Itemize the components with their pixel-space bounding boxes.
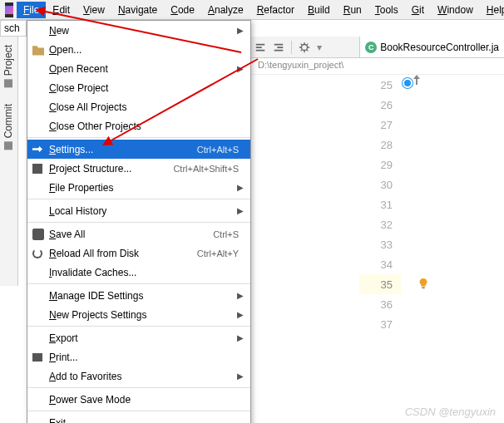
menu-item-add-to-favorites[interactable]: Add to Favorites▶ <box>27 366 250 386</box>
line-number[interactable]: 27 <box>359 115 401 135</box>
svg-rect-1 <box>422 287 425 288</box>
menu-item-project-structure[interactable]: Project Structure...Ctrl+Alt+Shift+S <box>27 159 250 178</box>
watermark: CSDN @tengyuxin <box>405 406 496 418</box>
marker-strip <box>401 75 416 407</box>
menu-item-power-save-mode[interactable]: Power Save Mode <box>27 390 250 409</box>
menu-item-label: Local History <box>49 205 244 217</box>
menu-separator <box>27 411 250 411</box>
menu-item-reload-all-from-disk[interactable]: Reload All from DiskCtrl+Alt+Y <box>27 243 250 263</box>
menu-build[interactable]: Build <box>301 2 337 18</box>
menu-item-close-other-projects[interactable]: Close Other Projects <box>27 116 250 135</box>
menu-separator <box>27 283 250 284</box>
menu-item-invalidate-caches[interactable]: Invalidate Caches... <box>27 263 250 282</box>
line-number[interactable]: 33 <box>359 234 401 254</box>
line-number[interactable]: 37 <box>359 314 401 334</box>
print-icon <box>32 353 42 362</box>
menu-item-label: Add to Favorites <box>49 371 244 382</box>
folder-icon <box>32 44 44 56</box>
menu-item-label: File Properties <box>49 182 244 194</box>
line-number[interactable]: 29 <box>359 155 401 175</box>
submenu-arrow-icon: ▶ <box>237 291 244 300</box>
project-tool-tab[interactable]: Project <box>0 37 17 96</box>
menu-file[interactable]: File <box>17 2 46 18</box>
menu-help[interactable]: Help <box>480 2 504 18</box>
menu-item-open[interactable]: Open... <box>27 40 250 59</box>
tool-window-tabs: Project Commit <box>0 37 18 286</box>
menu-item-manage-ide-settings[interactable]: Manage IDE Settings▶ <box>27 286 250 305</box>
menu-item-close-project[interactable]: Close Project <box>27 78 250 97</box>
menu-item-label: Power Save Mode <box>49 394 244 406</box>
outdent-icon[interactable] <box>273 42 284 53</box>
submenu-arrow-icon: ▶ <box>237 333 244 342</box>
reload-icon <box>32 248 42 258</box>
submenu-arrow-icon: ▶ <box>237 206 244 215</box>
menu-item-new[interactable]: New▶ <box>27 21 250 40</box>
submenu-arrow-icon: ▶ <box>237 64 244 73</box>
menu-item-exit[interactable]: Exit <box>27 413 250 423</box>
menu-separator <box>27 222 250 223</box>
menu-item-local-history[interactable]: Local History▶ <box>27 201 250 220</box>
editor-tab-label: BookResourceController.ja <box>380 42 499 53</box>
menu-item-label: Export <box>49 332 244 344</box>
menu-item-label: Invalidate Caches... <box>49 267 244 278</box>
menu-separator <box>27 137 250 138</box>
sch-tab[interactable]: sch <box>0 20 27 37</box>
menu-item-label: Close Other Projects <box>49 121 244 132</box>
shortcut-label: Ctrl+S <box>213 229 244 239</box>
gear-icon[interactable] <box>299 42 310 53</box>
line-number[interactable]: 35 <box>359 274 401 294</box>
menu-item-settings[interactable]: Settings...Ctrl+Alt+S <box>27 140 250 159</box>
menu-navigate[interactable]: Navigate <box>111 2 164 18</box>
menu-item-close-all-projects[interactable]: Close All Projects <box>27 97 250 116</box>
menu-separator <box>27 326 250 327</box>
menu-item-export[interactable]: Export▶ <box>27 328 250 347</box>
editor-tab[interactable]: C BookResourceController.ja <box>359 37 504 58</box>
menu-item-save-all[interactable]: Save AllCtrl+S <box>27 224 250 243</box>
menu-item-label: Print... <box>49 352 244 363</box>
menu-item-label: New Projects Settings <box>49 309 244 321</box>
menu-edit[interactable]: Edit <box>46 2 77 18</box>
line-number[interactable]: 25 <box>359 75 401 95</box>
submenu-arrow-icon: ▶ <box>237 183 244 192</box>
svg-point-0 <box>302 44 308 50</box>
submenu-arrow-icon: ▶ <box>237 310 244 319</box>
line-number[interactable]: 32 <box>359 214 401 234</box>
menu-separator <box>27 387 250 388</box>
commit-tool-tab[interactable]: Commit <box>0 96 17 158</box>
line-number[interactable]: 28 <box>359 135 401 155</box>
bulb-icon[interactable] <box>418 278 429 289</box>
breadcrumb[interactable]: D:\tengyuxin_project\ <box>251 58 504 75</box>
override-marker-icon[interactable] <box>403 78 413 88</box>
menu-run[interactable]: Run <box>337 2 368 18</box>
menu-window[interactable]: Window <box>431 2 480 18</box>
menu-item-label: Reload All from Disk <box>49 248 197 259</box>
menu-item-label: Close Project <box>49 82 244 94</box>
menu-view[interactable]: View <box>77 2 111 18</box>
menu-git[interactable]: Git <box>405 2 431 18</box>
menu-analyze[interactable]: Analyze <box>201 2 250 18</box>
line-number[interactable]: 26 <box>359 95 401 115</box>
menu-code[interactable]: Code <box>164 2 201 18</box>
line-number[interactable]: 31 <box>359 194 401 214</box>
line-number[interactable]: 30 <box>359 175 401 194</box>
shortcut-label: Ctrl+Alt+Y <box>197 248 244 258</box>
line-number[interactable]: 34 <box>359 254 401 274</box>
menu-tools[interactable]: Tools <box>368 2 405 18</box>
wrench-icon <box>32 145 42 155</box>
menubar: FileEditViewNavigateCodeAnalyzeRefactorB… <box>0 0 504 20</box>
menu-item-print[interactable]: Print... <box>27 347 250 366</box>
indent-icon[interactable] <box>254 42 266 53</box>
menu-item-label: Manage IDE Settings <box>49 290 244 302</box>
line-number[interactable]: 36 <box>359 294 401 314</box>
menu-separator <box>27 199 250 199</box>
menu-refactor[interactable]: Refactor <box>250 2 301 18</box>
menu-item-label: Settings... <box>49 144 197 155</box>
menu-item-label: Open... <box>49 44 244 56</box>
menu-item-label: Open Recent <box>49 63 244 75</box>
submenu-arrow-icon: ▶ <box>237 371 244 381</box>
menu-item-open-recent[interactable]: Open Recent▶ <box>27 59 250 78</box>
menu-item-new-projects-settings[interactable]: New Projects Settings▶ <box>27 305 250 324</box>
menu-item-file-properties[interactable]: File Properties▶ <box>27 178 250 197</box>
class-icon: C <box>365 42 377 53</box>
shortcut-label: Ctrl+Alt+S <box>197 145 244 155</box>
